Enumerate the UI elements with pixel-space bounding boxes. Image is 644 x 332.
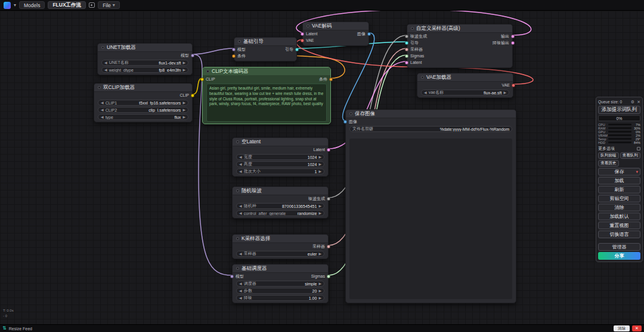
latent-port-dot[interactable] (327, 148, 330, 152)
sigmas-port-dot[interactable] (405, 54, 408, 58)
widget-control-after-generate[interactable]: ◀ control_after_generate randomize ▶ (236, 210, 324, 216)
collapse-dot-icon[interactable] (98, 86, 101, 89)
output-port-clip[interactable]: CLIP (179, 93, 188, 97)
output-port-sampler[interactable]: 采样器 (312, 244, 324, 250)
widget-vae-name[interactable]: ◀ vae名称 flux-ae.sft ▶ (421, 90, 509, 96)
decrement-arrow-icon[interactable]: ◀ (239, 155, 242, 159)
latent-port-dot[interactable] (511, 41, 515, 45)
menu-close-icon[interactable]: ✕ (637, 100, 640, 104)
sampler-port-dot[interactable] (327, 245, 330, 248)
widget-steps[interactable]: ◀ 步数 20 ▶ (236, 288, 324, 294)
collapse-dot-icon[interactable] (236, 140, 239, 143)
save-button[interactable]: 保存 ▾ (598, 168, 640, 176)
widget-seed[interactable]: ◀ 随机种 870061336545451 ▶ (236, 203, 324, 209)
widget-denoise[interactable]: ◀ 降噪 1.00 ▶ (236, 295, 324, 301)
node-header[interactable]: VAE加载器 (417, 73, 513, 82)
widget-weight-dtype[interactable]: ◀ weight_dtype fp8_e4m3fn ▶ (101, 67, 188, 73)
node-basic-guider[interactable]: 基础引导 模型 引导 条件 (234, 37, 297, 62)
node-header[interactable]: 基础引导 (234, 38, 296, 46)
node-unet-loader[interactable]: UNET加载器 模型 ◀ UNET名称 flux1-dev.sft ▶ ◀ we… (97, 43, 193, 75)
decrement-arrow-icon[interactable]: ◀ (101, 101, 104, 104)
input-port-image[interactable]: 图像 (349, 119, 357, 125)
queue-front-button[interactable]: 队列前端 (598, 152, 619, 159)
reset-view-button[interactable]: 重置视图 (598, 222, 640, 229)
node-header[interactable]: 双CLIP加载器 (94, 84, 192, 92)
collapse-dot-icon[interactable] (306, 24, 309, 27)
output-port-denoised[interactable]: 降噪输出 (493, 40, 509, 46)
feed-close-button[interactable]: ✕ (632, 325, 642, 331)
manager-button[interactable]: 管理器 (598, 243, 640, 251)
widget-filename-prefix[interactable]: 文件名前缀 %date:yyyy-MM-dd%/Flux-%Random (349, 126, 512, 132)
decrement-arrow-icon[interactable]: ◀ (239, 252, 242, 256)
widget-unet-name[interactable]: ◀ UNET名称 flux1-dev.sft ▶ (101, 60, 188, 66)
logo-caret-down-icon[interactable]: ▾ (14, 3, 16, 8)
increment-arrow-icon[interactable]: ▶ (182, 115, 185, 119)
conditioning-port-dot[interactable] (329, 78, 333, 81)
widget-height[interactable]: ◀ 高度 1024 ▶ (236, 161, 324, 167)
input-port-vae[interactable]: VAE (306, 38, 314, 42)
guider-port-dot[interactable] (295, 48, 299, 51)
widget-width[interactable]: ◀ 宽度 1024 ▶ (236, 154, 324, 160)
collapse-dot-icon[interactable] (236, 237, 239, 240)
node-save-image[interactable]: 保存图像 图像 文件名前缀 %date:yyyy-MM-dd%/Flux-%Ra… (345, 109, 516, 303)
noise-port-dot[interactable] (327, 197, 330, 201)
increment-arrow-icon[interactable]: ▶ (182, 68, 185, 72)
tab-flux-workflow[interactable]: FLUX工作流 (48, 1, 86, 9)
widget-type[interactable]: ◀ type flux ▶ (98, 114, 188, 120)
widget-scheduler[interactable]: ◀ 调度器 simple ▶ (236, 281, 324, 287)
increment-arrow-icon[interactable]: ▶ (182, 61, 185, 64)
collapse-dot-icon[interactable] (421, 76, 424, 79)
decrement-arrow-icon[interactable]: ◀ (239, 289, 242, 293)
node-vae-decode[interactable]: VAE解码 Latent 图像 VAE (302, 21, 369, 46)
increment-arrow-icon[interactable]: ▶ (318, 282, 321, 285)
node-header[interactable]: UNET加载器 (98, 44, 192, 52)
decrement-arrow-icon[interactable]: ◀ (239, 170, 242, 173)
decrement-arrow-icon[interactable]: ◀ (239, 204, 242, 208)
model-port-dot[interactable] (191, 54, 194, 57)
output-port-model[interactable]: 模型 (181, 53, 188, 59)
queue-prompt-button[interactable]: 添加提示词队列 (598, 106, 640, 114)
comfyui-logo-icon[interactable] (4, 2, 11, 9)
node-empty-latent[interactable]: 空Latent Latent ◀ 宽度 1024 ▶ ◀ 高度 1024 ▶ ◀… (232, 137, 329, 177)
clipspace-button[interactable]: 剪贴空间 (598, 195, 640, 202)
collapse-dot-icon[interactable] (236, 267, 239, 270)
prompt-textarea[interactable]: Asian girl, pretty beautiful girl, smile… (206, 84, 327, 122)
collapse-dot-icon[interactable] (411, 27, 414, 30)
collapse-dot-icon[interactable] (349, 112, 352, 115)
node-header[interactable]: 基础调度器 (233, 265, 328, 273)
increment-arrow-icon[interactable]: ▶ (318, 296, 321, 300)
refresh-button[interactable]: 刷新 (598, 186, 640, 193)
node-random-noise[interactable]: 随机噪波 噪波生成 ◀ 随机种 870061336545451 ▶ ◀ cont… (232, 186, 329, 219)
increment-arrow-icon[interactable]: ▶ (318, 252, 321, 256)
models-button[interactable]: Models (19, 1, 45, 9)
resize-feed-label[interactable]: Resize Feed (9, 327, 32, 331)
output-port-output[interactable]: 输出 (501, 33, 509, 39)
guider-port-dot[interactable] (405, 41, 408, 45)
decrement-arrow-icon[interactable]: ◀ (239, 162, 242, 166)
latent-port-dot[interactable] (511, 35, 515, 38)
collapse-dot-icon[interactable] (206, 70, 209, 73)
node-header[interactable]: 保存图像 (346, 110, 516, 118)
node-sampler-custom-advanced[interactable]: 自定义采样器(高级) 噪波生成 输出 引导 降噪输出 (407, 24, 513, 68)
file-menu-button[interactable]: File ▾ (98, 1, 120, 9)
view-queue-button[interactable]: 查看队列 (620, 152, 641, 159)
node-basic-scheduler[interactable]: 基础调度器 模型 Sigmas ◀ 调度器 simple ▶ ◀ 步数 20 ▶… (232, 264, 329, 303)
increment-arrow-icon[interactable]: ▶ (318, 155, 321, 159)
collapse-dot-icon[interactable] (101, 46, 104, 49)
load-default-button[interactable]: 加载默认 (598, 213, 640, 220)
view-history-button[interactable]: 查看历史 (598, 160, 619, 167)
decrement-arrow-icon[interactable]: ◀ (101, 115, 104, 119)
decrement-arrow-icon[interactable]: ◀ (101, 108, 104, 112)
input-port-latent[interactable]: Latent (411, 60, 422, 64)
increment-arrow-icon[interactable]: ▶ (318, 204, 321, 208)
image-port-dot[interactable] (343, 120, 347, 124)
output-port-conditioning[interactable]: 条件 (319, 76, 327, 82)
input-port-guider[interactable]: 引导 (411, 40, 419, 46)
clear-button[interactable]: 清除 (598, 204, 640, 211)
input-port-model[interactable]: 模型 (238, 47, 246, 53)
output-port-vae[interactable]: VAE (502, 83, 510, 87)
clip-port-dot[interactable] (191, 94, 194, 97)
output-port-sigmas[interactable]: Sigmas (311, 274, 324, 278)
output-port-guider[interactable]: 引导 (285, 47, 293, 53)
load-button[interactable]: 加载 (598, 177, 640, 185)
